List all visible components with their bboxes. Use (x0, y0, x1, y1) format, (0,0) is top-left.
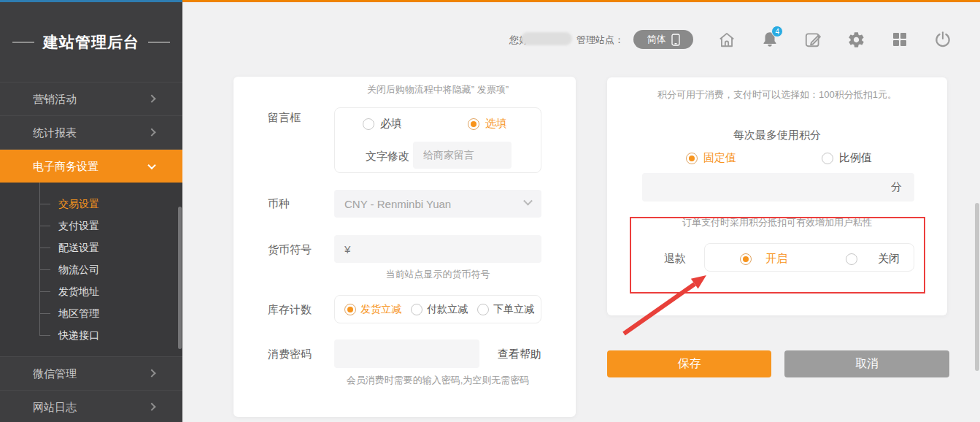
ratio-value-option[interactable]: 比例值 (822, 151, 872, 165)
message-optional-option[interactable]: 选填 (468, 117, 507, 131)
currency-symbol-hint: 当前站点显示的货币符号 (334, 268, 541, 281)
view-help-link[interactable]: 查看帮助 (498, 348, 541, 361)
trade-settings-card: 关闭后购物流程中将隐藏” 发票项” 留言框 必填 选填 文字修改 币种 CNY … (234, 77, 576, 417)
radio-refund-off-label[interactable]: 关闭 (878, 252, 900, 266)
points-input-wrap: 分 (642, 173, 914, 202)
submenu-item-delivery-settings[interactable]: 配送设置 (0, 237, 182, 258)
stock-option-ship-deduct[interactable]: 发货立减 (344, 303, 401, 316)
radio-refund-on[interactable] (740, 253, 752, 265)
currency-label: 币种 (268, 197, 290, 211)
submenu-label: 快递接口 (58, 329, 99, 341)
radio-required[interactable] (363, 118, 374, 130)
stock-option-pay-deduct[interactable]: 付款立减 (411, 303, 468, 316)
submenu-item-trade-settings[interactable]: 交易设置 (0, 193, 182, 215)
radio-refund-on-label[interactable]: 开启 (765, 252, 787, 266)
submenu-item-region-management[interactable]: 地区管理 (0, 302, 182, 324)
points-unit-suffix: 分 (891, 180, 902, 194)
chevron-right-icon (147, 369, 155, 377)
sidebar-item-label: 统计报表 (33, 126, 77, 139)
radio-ship-deduct-label[interactable]: 发货立减 (360, 303, 401, 316)
top-accent-strip-orange (182, 0, 980, 2)
app-logo: 建站管理后台 (0, 2, 182, 82)
sidebar-item-label: 微信管理 (33, 367, 77, 380)
radio-refund-off[interactable] (846, 253, 857, 265)
sidebar-scrollbar[interactable] (178, 207, 182, 349)
submenu-label: 支付设置 (58, 220, 99, 231)
message-required-option[interactable]: 必填 (363, 117, 402, 131)
logo-dash-right (148, 42, 170, 43)
refund-on-option[interactable]: 开启 (740, 252, 787, 266)
consume-password-input[interactable] (334, 339, 479, 368)
redacted-username (521, 32, 572, 45)
submenu-item-shipping-address[interactable]: 发货地址 (0, 280, 182, 302)
radio-ratio-value-label[interactable]: 比例值 (839, 151, 872, 165)
submenu-item-express-api[interactable]: 快递接口 (0, 324, 182, 346)
stock-count-label: 库存计数 (268, 303, 312, 317)
consume-password-label: 消费密码 (268, 348, 312, 361)
radio-fixed-value-label[interactable]: 固定值 (703, 151, 736, 165)
message-box-label: 留言框 (268, 111, 301, 125)
cancel-button[interactable]: 取消 (784, 350, 949, 377)
notifications-bell-icon[interactable]: 4 (760, 29, 780, 50)
power-logout-icon[interactable] (933, 29, 953, 50)
refund-off-option[interactable]: 关闭 (846, 252, 900, 266)
apps-grid-icon[interactable] (890, 29, 910, 50)
invoice-hint: 关闭后购物流程中将隐藏” 发票项” (328, 83, 547, 96)
submenu-label: 地区管理 (58, 307, 99, 319)
manage-site-label: 管理站点： (576, 34, 624, 47)
edit-icon[interactable] (803, 29, 823, 50)
fixed-value-option[interactable]: 固定值 (686, 151, 736, 165)
sidebar-item-ecommerce-settings[interactable]: 电子商务设置 (0, 149, 182, 183)
language-pill[interactable]: 简体 (633, 30, 693, 49)
save-button[interactable]: 保存 (607, 350, 771, 377)
notification-badge: 4 (771, 26, 783, 37)
currency-select[interactable]: CNY - Renminbi Yuan (334, 190, 541, 218)
radio-order-deduct[interactable] (477, 304, 489, 315)
sidebar-item-site-log[interactable]: 网站日志 (0, 390, 182, 422)
radio-fixed-value[interactable] (686, 153, 698, 164)
home-icon[interactable] (717, 29, 737, 50)
radio-pay-deduct[interactable] (411, 304, 423, 315)
radio-ratio-value[interactable] (822, 153, 833, 164)
submenu-item-payment-settings[interactable]: 支付设置 (0, 215, 182, 237)
settings-gear-icon[interactable] (846, 29, 867, 50)
sidebar-item-statistics[interactable]: 统计报表 (0, 115, 182, 149)
submenu-label: 配送设置 (58, 242, 99, 253)
main-scrollbar[interactable] (975, 203, 979, 371)
chevron-down-icon (147, 161, 155, 169)
radio-optional[interactable] (468, 118, 479, 130)
max-points-input[interactable] (655, 181, 891, 193)
radio-required-label[interactable]: 必填 (380, 117, 402, 131)
consume-password-hint: 会员消费时需要的输入密码,为空则无需密码 (314, 374, 562, 387)
currency-symbol-label: 货币符号 (268, 243, 312, 257)
radio-order-deduct-label[interactable]: 下单立减 (493, 303, 534, 316)
sidebar-item-wechat[interactable]: 微信管理 (0, 356, 182, 390)
submenu-item-logistics-company[interactable]: 物流公司 (0, 258, 182, 280)
stock-option-order-deduct[interactable]: 下单立减 (477, 303, 534, 316)
refund-group: 开启 关闭 (704, 243, 914, 272)
message-text-input[interactable] (413, 142, 512, 169)
sidebar-item-label: 营销活动 (33, 93, 77, 105)
app-title: 建站管理后台 (43, 32, 139, 53)
stock-count-group: 发货立减 付款立减 下单立减 (334, 295, 541, 323)
currency-symbol-input[interactable] (334, 235, 541, 263)
sidebar: 建站管理后台 营销活动 统计报表 电子商务设置 交易设置 支付设置 配送设置 物… (0, 2, 182, 422)
points-usage-hint: 积分可用于消费，支付时可以选择如：100积分抵扣1元。 (607, 88, 947, 101)
language-pill-label: 简体 (647, 33, 666, 46)
mobile-phone-icon (671, 34, 680, 46)
max-points-label: 每次最多使用积分 (607, 128, 947, 142)
radio-optional-label[interactable]: 选填 (485, 117, 507, 131)
chevron-right-icon (147, 402, 155, 410)
radio-pay-deduct-label[interactable]: 付款立减 (427, 303, 468, 316)
chevron-right-icon (147, 94, 155, 102)
currency-select-value: CNY - Renminbi Yuan (344, 198, 451, 210)
sidebar-item-label: 网站日志 (33, 401, 77, 413)
deduction-hint: 订单支付时采用积分抵扣可有效增加用户粘性 (607, 216, 947, 229)
text-edit-label: 文字修改 (366, 150, 409, 164)
chevron-right-icon (147, 128, 155, 136)
submenu-label: 交易设置 (58, 198, 99, 210)
logo-dash-left (12, 42, 34, 43)
radio-ship-deduct[interactable] (344, 304, 356, 315)
ecommerce-submenu: 交易设置 支付设置 配送设置 物流公司 发货地址 地区管理 快递接口 (0, 183, 182, 356)
sidebar-item-marketing[interactable]: 营销活动 (0, 82, 182, 115)
